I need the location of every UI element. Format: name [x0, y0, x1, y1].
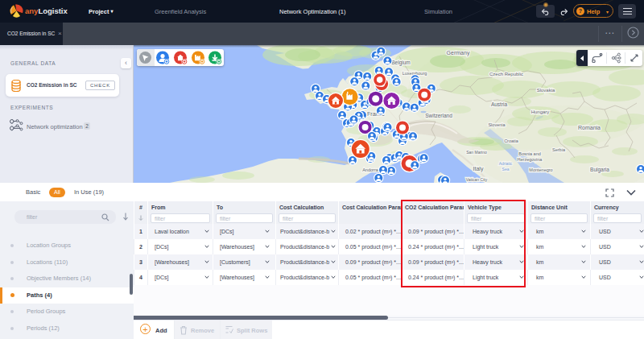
svg-text:Slovenia: Slovenia — [488, 122, 506, 127]
svg-text:Hungary: Hungary — [531, 110, 550, 114]
svg-text:Czech Republic: Czech Republic — [489, 72, 523, 76]
svg-text:Austria: Austria — [491, 101, 508, 107]
svg-text:Slovakia: Slovakia — [537, 88, 555, 93]
svg-text:Herzegovina: Herzegovina — [518, 157, 543, 162]
svg-text:Sea: Sea — [502, 167, 510, 172]
svg-text:Adriatic: Adriatic — [499, 161, 513, 166]
svg-text:Bosnia and: Bosnia and — [518, 151, 541, 156]
svg-text:Andorra: Andorra — [362, 167, 379, 172]
svg-text:San Marino: San Marino — [466, 150, 487, 155]
svg-text:Vatican City: Vatican City — [466, 177, 488, 182]
svg-text:Montenegro: Montenegro — [529, 167, 552, 172]
svg-text:Belgium: Belgium — [391, 60, 410, 66]
svg-text:Romania: Romania — [578, 125, 601, 130]
svg-text:Croatia: Croatia — [504, 138, 519, 143]
svg-text:Switzerland: Switzerland — [425, 113, 452, 118]
svg-text:Serbia: Serbia — [552, 147, 566, 152]
svg-text:Italy: Italy — [473, 166, 484, 172]
svg-text:Germany: Germany — [447, 50, 470, 56]
svg-text:Bulgaria: Bulgaria — [590, 167, 609, 173]
